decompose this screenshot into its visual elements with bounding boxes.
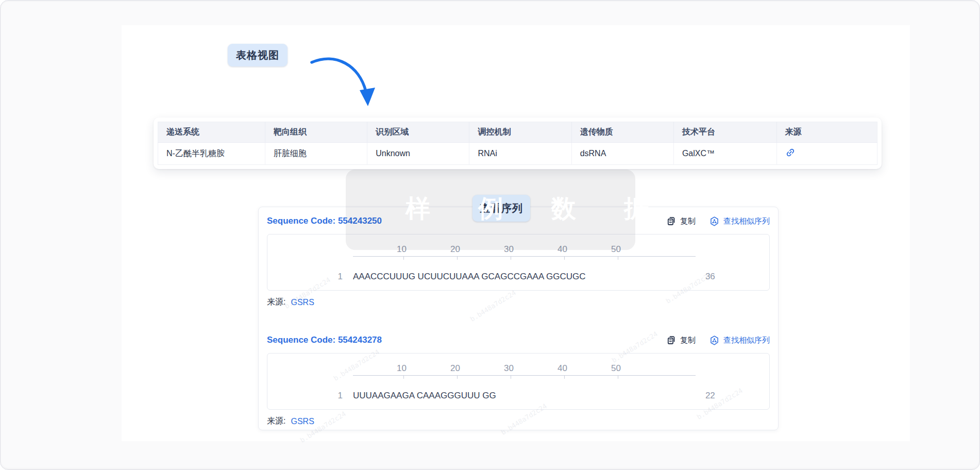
cell-regulation-mechanism: RNAi <box>469 143 571 165</box>
sequence-start-index: 1 <box>267 272 343 282</box>
ruler-tick-label: 30 <box>460 364 514 373</box>
sample-data-watermark: 样 例 数 据 <box>405 192 669 225</box>
sequence-ruler: 1020304050 <box>353 364 696 374</box>
ruler-tick-label: 40 <box>514 364 567 373</box>
col-header-tech-platform: 技术平台 <box>673 122 776 143</box>
ruler-tick-label: 20 <box>407 364 460 373</box>
col-header-source: 来源 <box>776 122 877 143</box>
find-similar-button[interactable]: 查找相似序列 <box>709 216 770 227</box>
source-gsrs-link[interactable]: GSRS <box>291 298 314 307</box>
source-gsrs-link[interactable]: GSRS <box>291 417 314 426</box>
sequence-viewer: 1020304050 1 UUUAAGAAGA CAAAGGGUUU GG 22 <box>267 353 770 410</box>
copy-button-label: 复制 <box>680 335 696 345</box>
ruler-tick-label: 50 <box>567 364 621 373</box>
app-window: b.b448a7d2c24 b.b448a7d2c24 b.b448a7d2c2… <box>0 0 980 470</box>
ruler-line <box>353 256 696 260</box>
delivery-table: 递送系统 靶向组织 识别区域 调控机制 遗传物质 技术平台 来源 N-乙酰半乳糖… <box>158 122 877 165</box>
sequence-length: 36 <box>705 272 715 282</box>
ruler-line <box>353 375 696 379</box>
source-label: 来源: <box>267 416 285 427</box>
sequence-text: UUUAAGAAGA CAAAGGGUUU GG <box>353 391 696 401</box>
table-row: N-乙酰半乳糖胺 肝脏细胞 Unknown RNAi dsRNA GalXC™ <box>158 143 877 165</box>
copy-button-label: 复制 <box>680 216 696 226</box>
cell-genetic-material: dsRNA <box>571 143 673 165</box>
find-similar-label: 查找相似序列 <box>723 335 770 345</box>
cell-target-tissue: 肝脏细胞 <box>265 143 367 165</box>
col-header-recognition-region: 识别区域 <box>367 122 469 143</box>
sequence-text: AAACCCUUUG UCUUCUUAAA GCAGCCGAAA GGCUGC <box>353 272 696 282</box>
copy-icon <box>666 335 677 345</box>
similar-sequence-icon <box>709 335 720 346</box>
sequence-code-link[interactable]: Sequence Code: 554243278 <box>267 335 382 345</box>
ruler-tick-label: 10 <box>353 364 407 373</box>
delivery-table-card: 递送系统 靶向组织 识别区域 调控机制 遗传物质 技术平台 来源 N-乙酰半乳糖… <box>154 118 882 169</box>
cell-recognition-region: Unknown <box>367 143 469 165</box>
sequence-start-index: 1 <box>267 391 343 401</box>
col-header-regulation-mechanism: 调控机制 <box>469 122 571 143</box>
sequence-length: 22 <box>705 391 715 401</box>
find-similar-label: 查找相似序列 <box>723 216 770 226</box>
table-header-row: 递送系统 靶向组织 识别区域 调控机制 遗传物质 技术平台 来源 <box>158 122 877 143</box>
col-header-genetic-material: 遗传物质 <box>571 122 673 143</box>
source-label: 来源: <box>267 297 285 308</box>
cell-delivery-system: N-乙酰半乳糖胺 <box>158 143 265 165</box>
sequence-card-2: Sequence Code: 554243278 复制 <box>267 332 770 427</box>
copy-button[interactable]: 复制 <box>666 216 696 226</box>
curved-arrow-icon <box>308 53 377 108</box>
cell-tech-platform: GalXC™ <box>673 143 776 165</box>
cell-source <box>776 143 877 165</box>
col-header-target-tissue: 靶向组织 <box>265 122 367 143</box>
find-similar-button[interactable]: 查找相似序列 <box>709 335 770 346</box>
col-header-delivery-system: 递送系统 <box>158 122 265 143</box>
copy-button[interactable]: 复制 <box>666 335 696 345</box>
similar-sequence-icon <box>709 216 720 227</box>
link-icon[interactable] <box>785 147 796 158</box>
table-view-chip: 表格视图 <box>228 44 288 66</box>
